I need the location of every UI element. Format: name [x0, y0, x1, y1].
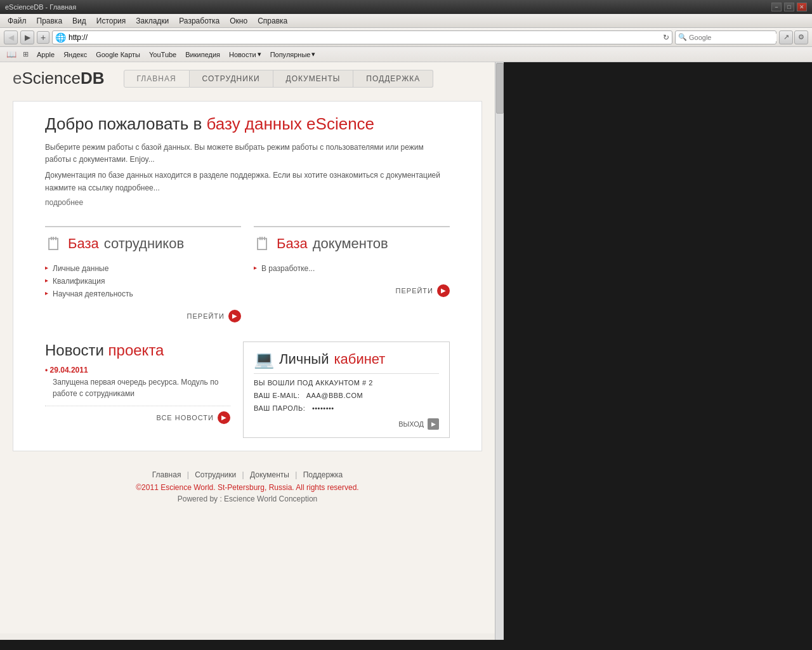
employees-go-button[interactable]: ▶ [228, 310, 241, 322]
list-item: Научная деятельность [45, 288, 241, 300]
all-news-button[interactable]: ▶ [218, 411, 230, 424]
nav-home[interactable]: ГЛАВНАЯ [124, 70, 190, 88]
main-content: Добро пожаловать в базу данных eScience … [13, 101, 482, 451]
menu-view[interactable]: Вид [67, 15, 91, 27]
bookmark-reading-icon[interactable]: 📖 [5, 48, 18, 61]
bookmark-youtube[interactable]: YouTube [145, 50, 180, 60]
news-section: Новости проекта 29.04.2011 Запущена перв… [45, 342, 230, 438]
footer-links: Главная | Сотрудники | Документы | Подде… [13, 470, 482, 479]
employees-icon: 🗒 [45, 234, 63, 255]
nav-documents[interactable]: ДОКУМЕНТЫ [273, 70, 354, 88]
docs-title: 🗒 База документов [254, 234, 450, 255]
all-news-row: ВСЕ НОВОСТИ ▶ [45, 406, 230, 424]
employees-go-row: ПЕРЕЙТИ ▶ [45, 310, 241, 322]
site-nav: ГЛАВНАЯ СОТРУДНИКИ ДОКУМЕНТЫ ПОДДЕРЖКА [124, 70, 434, 88]
docs-icon: 🗒 [254, 234, 272, 255]
maximize-button[interactable]: □ [784, 3, 794, 11]
browser-content: eScienceDB ГЛАВНАЯ СОТРУДНИКИ ДОКУМЕНТЫ … [0, 62, 495, 640]
bottom-section: Новости проекта 29.04.2011 Запущена перв… [45, 342, 450, 438]
footer-link-employees[interactable]: Сотрудники [195, 470, 236, 479]
list-item: Личные данные [45, 262, 241, 275]
nav-bar: ◀ ▶ + 🌐 ↻ 🔍 ↗ ⚙ [0, 28, 812, 47]
settings-button[interactable]: ⚙ [794, 30, 808, 44]
window-controls: − □ ✕ [771, 3, 807, 11]
welcome-desc-2: Документация по базе данных находится в … [45, 169, 450, 194]
scrollbar-track[interactable] [495, 62, 504, 640]
logout-button[interactable]: ▶ [428, 418, 439, 430]
site-footer: Главная | Сотрудники | Документы | Подде… [0, 458, 495, 516]
bookmark-yandex[interactable]: Яндекс [60, 50, 91, 60]
footer-link-documents[interactable]: Документы [250, 470, 289, 479]
docs-list: В разработке... [254, 262, 450, 275]
back-button[interactable]: ◀ [4, 30, 18, 44]
news-text: Запущена первая очередь ресурса. Модуль … [45, 376, 230, 399]
welcome-desc-1: Выберите режим работы с базой данных. Вы… [45, 142, 450, 166]
nav-employees[interactable]: СОТРУДНИКИ [190, 70, 273, 88]
url-bar: 🌐 ↻ [52, 30, 672, 44]
chevron-down-icon: ▾ [311, 50, 315, 58]
news-date: 29.04.2011 [45, 366, 230, 375]
menu-edit[interactable]: Правка [32, 15, 68, 27]
scrollbar-thumb[interactable] [496, 63, 504, 114]
bookmark-wikipedia[interactable]: Википедия [181, 50, 224, 60]
menu-bookmarks[interactable]: Закладки [131, 15, 174, 27]
bookmark-grid-icon[interactable]: ⊞ [19, 48, 32, 61]
bookmark-popular-dropdown[interactable]: Популярные ▾ [266, 49, 320, 60]
employees-card: 🗒 База сотрудников Личные данные Квалифи… [45, 226, 241, 329]
search-bar: 🔍 [675, 30, 776, 44]
share-button[interactable]: ↗ [779, 30, 793, 44]
footer-powered: Powered by : Escience World Conception [13, 494, 482, 503]
menu-develop[interactable]: Разработка [174, 15, 225, 27]
menu-help[interactable]: Справка [252, 15, 292, 27]
site-logo: eScienceDB [13, 69, 105, 88]
site-header: eScienceDB ГЛАВНАЯ СОТРУДНИКИ ДОКУМЕНТЫ … [0, 62, 495, 95]
footer-link-support[interactable]: Поддержка [303, 470, 343, 479]
list-item: В разработке... [254, 262, 450, 275]
docs-go-label: ПЕРЕЙТИ [396, 287, 433, 295]
news-title: Новости проекта [45, 342, 230, 359]
nav-action-buttons: ↗ ⚙ [779, 30, 808, 44]
docs-db-section: 🗒 База документов В разработке... ПЕРЕЙТ… [254, 226, 450, 329]
nav-support[interactable]: ПОДДЕРЖКА [353, 70, 433, 88]
menu-history[interactable]: История [91, 15, 131, 27]
menu-file[interactable]: Файл [3, 15, 32, 27]
add-tab-button[interactable]: + [37, 31, 49, 44]
docs-card: 🗒 База документов В разработке... ПЕРЕЙТ… [254, 226, 450, 303]
footer-link-home[interactable]: Главная [152, 470, 181, 479]
menu-bar: Файл Правка Вид История Закладки Разрабо… [0, 14, 812, 28]
welcome-section: Добро пожаловать в базу данных eScience … [45, 114, 450, 207]
news-item: 29.04.2011 Запущена первая очередь ресур… [45, 366, 230, 399]
employees-go-label: ПЕРЕЙТИ [187, 312, 225, 320]
close-button[interactable]: ✕ [797, 3, 807, 11]
two-column-section: 🗒 База сотрудников Личные данные Квалифи… [45, 226, 450, 329]
list-item: Квалификация [45, 275, 241, 288]
bookmark-news-dropdown[interactable]: Новости ▾ [225, 49, 265, 60]
logout-row: ВЫХОД ▶ [254, 418, 439, 430]
all-news-label: ВСЕ НОВОСТИ [156, 414, 214, 421]
more-link[interactable]: подробнее [45, 198, 450, 207]
cabinet-section: 💻 Личный кабинет ВЫ ВОШЛИ ПОД АККАУНТОМ … [243, 342, 450, 438]
refresh-button[interactable]: ↻ [663, 33, 669, 42]
docs-go-button[interactable]: ▶ [437, 284, 450, 297]
employees-db-section: 🗒 База сотрудников Личные данные Квалифи… [45, 226, 241, 329]
title-bar: eScienceDB - Главная − □ ✕ [0, 0, 812, 14]
title-bar-text: eScienceDB - Главная [5, 3, 76, 11]
menu-window[interactable]: Окно [225, 15, 252, 27]
bookmark-apple[interactable]: Apple [33, 50, 58, 60]
cabinet-email: ВАШ E-MAIL: AAA@BBB.COM [254, 392, 439, 399]
footer-copyright: ©2011 Escience World. St-Petersburg, Rus… [13, 483, 482, 492]
site-wrapper: eScienceDB ГЛАВНАЯ СОТРУДНИКИ ДОКУМЕНТЫ … [0, 62, 495, 633]
welcome-title: Добро пожаловать в базу данных eScience [45, 114, 450, 134]
cabinet-icon: 💻 [254, 350, 274, 369]
minimize-button[interactable]: − [771, 3, 782, 11]
docs-go-row: ПЕРЕЙТИ ▶ [254, 284, 450, 297]
search-input[interactable] [689, 34, 776, 41]
search-icon: 🔍 [678, 33, 687, 41]
url-input[interactable] [69, 33, 663, 42]
forward-button[interactable]: ▶ [20, 30, 34, 44]
cabinet-title: 💻 Личный кабинет [254, 350, 439, 374]
bookmark-google-maps[interactable]: Google Карты [92, 50, 144, 60]
browser-frame: eScienceDB ГЛАВНАЯ СОТРУДНИКИ ДОКУМЕНТЫ … [0, 62, 812, 640]
employees-title: 🗒 База сотрудников [45, 234, 241, 255]
cabinet-password: ВАШ ПАРОЛЬ: •••••••• [254, 404, 439, 412]
